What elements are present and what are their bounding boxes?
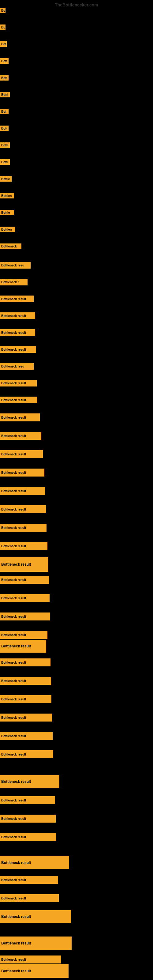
bar-item: Bottleneck result	[0, 732, 53, 740]
bar-item: Bottleneck result	[0, 677, 51, 685]
bar-item: Bott	[0, 58, 9, 64]
bar-item: Bott	[0, 126, 9, 131]
bar-item: Bottleneck result	[0, 910, 71, 923]
bar-item: Bottleneck result	[0, 796, 55, 804]
bar-item: Bottleneck result	[0, 487, 45, 495]
bar-item: Bottleneck result	[0, 469, 45, 477]
bar-item: Bo	[0, 8, 5, 13]
bar-item: Bottleneck result	[0, 524, 46, 531]
bar-item: Bot	[0, 109, 9, 114]
bar-item: Bo	[0, 24, 5, 30]
bar-item: Bottleneck result	[0, 750, 53, 758]
bar-item: Bottleneck result	[0, 714, 52, 722]
bar-item: Bottleneck result	[0, 329, 35, 336]
bar-item: Bottleneck result	[0, 815, 56, 822]
bar-item: Bottleneck result	[0, 876, 58, 884]
bar-item: Bottleneck result	[0, 312, 35, 319]
bar-item: Bottleneck result	[0, 594, 49, 602]
bar-item: Bottleneck result	[0, 346, 36, 353]
bar-item: Bottl	[0, 92, 10, 97]
bar-item: Bott	[0, 75, 9, 81]
bar-item: Bottleneck result	[0, 414, 40, 422]
bar-item: Bottleneck result	[0, 432, 41, 440]
bar-item: Bottleneck resu	[0, 363, 33, 370]
bar-item: Bottleneck result	[0, 937, 72, 950]
bar-item: Bottleneck result	[0, 775, 59, 788]
bar-item: Bottleneck r	[0, 279, 27, 285]
bar-item: Bottleneck result	[0, 631, 48, 639]
bar-item: Bottleneck result	[0, 956, 61, 964]
bar-item: Bottle	[0, 176, 12, 181]
bar-item: Bottlen	[0, 193, 14, 199]
bar-item: Bottleneck result	[0, 505, 46, 513]
site-title: TheBottlenecker.com	[55, 2, 98, 7]
bar-item: Bottleneck result	[0, 296, 33, 302]
bar-item: Bottleneck resu	[0, 262, 30, 269]
bar-item: Bottl	[0, 142, 10, 148]
bar-item: Bottleneck result	[0, 856, 69, 869]
bar-item: Bottleneck result	[0, 450, 43, 458]
bar-item: Bottlen	[0, 227, 15, 232]
bar-item: Bottleneck result	[0, 894, 59, 902]
bar-item: Bot	[0, 41, 7, 47]
bar-item: Bottleneck result	[0, 659, 51, 667]
bar-item: Bottle	[0, 210, 14, 215]
bar-item: Bottleneck	[0, 243, 21, 249]
bar-item: Bottleneck result	[0, 380, 37, 387]
bar-item: Bottleneck result	[0, 612, 50, 620]
bar-item: Bottleneck result	[0, 542, 48, 550]
bar-item: Bottleneck result	[0, 964, 69, 978]
bar-item: Bottleneck result	[0, 576, 49, 584]
bar-item: Bottleneck result	[0, 640, 46, 652]
bar-item: Bottleneck result	[0, 695, 51, 703]
bar-item: Bottl	[0, 159, 10, 165]
bar-item: Bottleneck result	[0, 833, 56, 841]
bar-item: Bottleneck result	[0, 557, 48, 572]
bar-item: Bottleneck result	[0, 396, 37, 403]
